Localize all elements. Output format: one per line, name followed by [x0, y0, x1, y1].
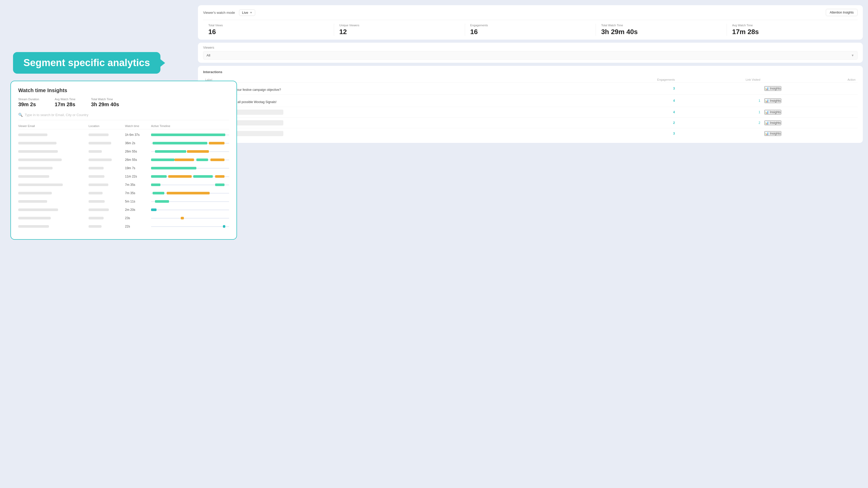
email-cell [18, 192, 89, 194]
stat-card: Avg Watch Time17m 28s [727, 24, 858, 36]
chevron-down-icon: ▼ [851, 54, 854, 57]
location-cell [89, 200, 125, 203]
watchtime-cell: 26m 55s [125, 158, 151, 162]
watch-stats-row: Stream Duration 39m 2s Avg Watch Time 17… [18, 98, 229, 107]
location-cell [89, 175, 125, 178]
location-placeholder [89, 133, 108, 136]
col-header-timeline: Active Timeline [151, 124, 229, 128]
stream-duration-stat: Stream Duration 39m 2s [18, 98, 39, 107]
table-row: 22📊 Insights [203, 118, 858, 128]
watch-time-insights-panel: Watch time Insights Stream Duration 39m … [10, 81, 237, 240]
timeline-bar [151, 225, 229, 228]
stat-label: Avg Watch Time [732, 24, 852, 27]
email-cell [18, 217, 89, 219]
stat-card: Total Watch Time3h 29m 40s [596, 24, 727, 36]
interactions-table: Label Engagements Link Visited Action 📊 … [203, 77, 858, 139]
location-cell [89, 159, 125, 161]
email-placeholder [18, 217, 51, 219]
table-row: 1h 6m 37s [18, 133, 229, 137]
search-input-placeholder: Type in to search br Email, City or Coun… [25, 113, 88, 117]
location-placeholder [89, 142, 111, 144]
location-placeholder [89, 167, 104, 169]
email-placeholder [18, 184, 63, 186]
timeline-cell [151, 150, 229, 153]
insights-button[interactable]: 📊 Insights [764, 98, 781, 103]
engagement-count: 2 [578, 118, 677, 128]
viewer-search-bar[interactable]: 🔍 Type in to search br Email, City or Co… [18, 113, 229, 120]
th-action: Action [762, 77, 858, 83]
timeline-cell [151, 141, 229, 145]
bar-chart-icon: 📊 [765, 99, 769, 102]
location-cell [89, 150, 125, 153]
insights-button[interactable]: 📊 Insights [764, 86, 781, 91]
timeline-bar [151, 183, 229, 187]
location-cell [89, 208, 125, 211]
timeline-bar [151, 166, 229, 170]
timeline-background [151, 209, 229, 210]
interactions-section: Interactions Label Engagements Link Visi… [198, 66, 863, 143]
stat-value: 16 [470, 28, 591, 36]
watchtime-cell: 23s [125, 216, 151, 220]
viewers-section: Viewers All ▼ [198, 43, 863, 63]
email-cell [18, 133, 89, 136]
table-row: 7m 35s [18, 191, 229, 195]
col-header-location: Location [89, 124, 125, 128]
location-placeholder [89, 184, 108, 186]
engagement-count: 4 [578, 107, 677, 118]
viewers-label: Viewers [203, 46, 858, 50]
table-row: 2m 20s [18, 208, 229, 212]
stat-value: 17m 28s [732, 28, 852, 36]
timeline-bar [151, 208, 229, 212]
timeline-cell [151, 158, 229, 162]
stat-label: Total Watch Time [601, 24, 721, 27]
email-cell [18, 200, 89, 203]
watchtime-cell: 5m 11s [125, 200, 151, 203]
timeline-cell [151, 183, 229, 187]
top-bar: Viewer's watch mode Live ▼ Attention Ins… [198, 5, 863, 39]
location-placeholder [89, 192, 103, 194]
link-visited-count [677, 83, 762, 95]
stat-value: 16 [208, 28, 329, 36]
email-placeholder [18, 133, 48, 136]
location-cell [89, 217, 125, 219]
email-placeholder [18, 142, 57, 144]
timeline-cell [151, 175, 229, 178]
email-cell [18, 150, 89, 153]
watchtime-cell: 7m 35s [125, 183, 151, 187]
watchtime-cell: 7m 35s [125, 191, 151, 195]
th-engagements: Engagements [578, 77, 677, 83]
attention-insights-button[interactable]: Attention Insights [826, 9, 858, 16]
watchtime-cell: 26m 55s [125, 150, 151, 153]
email-cell [18, 142, 89, 144]
stat-label: Engagements [470, 24, 591, 27]
insights-button[interactable]: 📊 Insights [764, 131, 781, 136]
email-placeholder [18, 167, 53, 169]
viewers-select[interactable]: All ▼ [203, 51, 858, 60]
location-cell [89, 133, 125, 136]
email-cell [18, 175, 89, 178]
email-placeholder [18, 208, 58, 211]
stat-card: Total Views16 [203, 24, 334, 36]
location-cell [89, 225, 125, 228]
bar-chart-icon: 📊 [765, 132, 769, 135]
timeline-background [151, 218, 229, 219]
timeline-cell [151, 133, 229, 137]
viewer-mode-select[interactable]: Live ▼ [239, 9, 255, 16]
timeline-bar [151, 200, 229, 203]
location-placeholder [89, 175, 104, 178]
watchtime-cell: 36m 2s [125, 141, 151, 145]
insights-button[interactable]: 📊 Insights [764, 121, 781, 125]
interactions-title: Interactions [203, 70, 858, 74]
location-cell [89, 192, 125, 194]
watch-table-header: Viewer Email Location Watch time Active … [18, 124, 229, 129]
watch-panel-title: Watch time Insights [18, 88, 229, 93]
location-cell [89, 184, 125, 186]
viewer-mode-row: Viewer's watch mode Live ▼ Attention Ins… [203, 9, 858, 16]
bar-chart-icon: 📊 [765, 121, 769, 125]
timeline-cell [151, 191, 229, 195]
bar-chart-icon: 📊 [765, 110, 769, 114]
timeline-cell [151, 200, 229, 203]
table-row: 📊 POLL What would be your festive campai… [203, 83, 858, 95]
th-label: Label [203, 77, 578, 83]
insights-button[interactable]: 📊 Insights [764, 110, 781, 115]
